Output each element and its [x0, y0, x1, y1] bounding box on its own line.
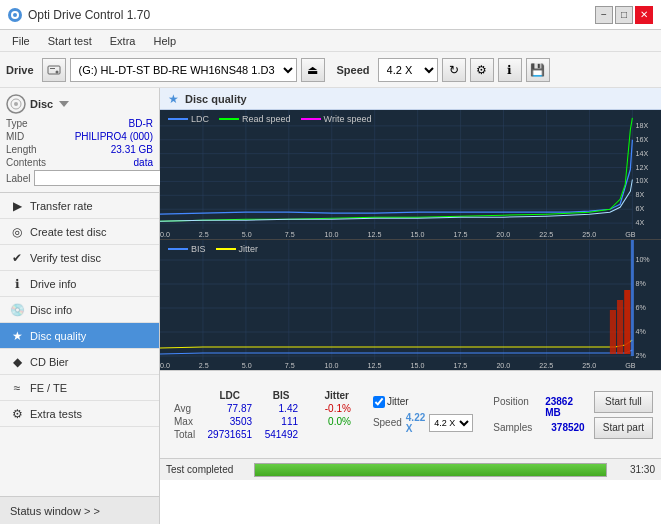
svg-text:2%: 2%: [635, 352, 646, 359]
sidebar-item-drive-info[interactable]: ℹ Drive info: [0, 271, 159, 297]
menu-file[interactable]: File: [4, 33, 38, 49]
status-window-button[interactable]: Status window > >: [0, 496, 159, 524]
verify-test-disc-label: Verify test disc: [30, 252, 101, 264]
svg-point-7: [14, 102, 18, 106]
samples-label: Samples: [493, 422, 545, 433]
position-row: Position 23862 MB: [493, 396, 586, 418]
max-jitter: 0.0%: [317, 415, 357, 428]
drive-info-label: Drive info: [30, 278, 76, 290]
sidebar-item-disc-quality[interactable]: ★ Disc quality: [0, 323, 159, 349]
disc-length-key: Length: [6, 144, 37, 155]
read-legend-item: Read speed: [219, 114, 291, 124]
upper-chart: LDC Read speed Write speed: [160, 110, 661, 240]
sidebar-item-cd-bier[interactable]: ◆ CD Bier: [0, 349, 159, 375]
svg-text:4X: 4X: [635, 219, 644, 226]
disc-type-row: Type BD-R: [6, 118, 153, 129]
table-row: Total 29731651 541492: [168, 428, 357, 441]
maximize-button[interactable]: □: [615, 6, 633, 24]
write-legend-line: [301, 118, 321, 120]
disc-arrow-icon: [57, 97, 71, 111]
svg-text:22.5: 22.5: [539, 231, 553, 238]
cd-bier-icon: ◆: [10, 355, 24, 369]
disc-contents-val: data: [134, 157, 153, 168]
svg-text:12X: 12X: [635, 164, 648, 171]
svg-text:17.5: 17.5: [453, 362, 467, 369]
menu-extra[interactable]: Extra: [102, 33, 144, 49]
position-samples-section: Position 23862 MB Samples 378520: [481, 396, 586, 433]
svg-text:22.5: 22.5: [539, 362, 553, 369]
sidebar-item-extra-tests[interactable]: ⚙ Extra tests: [0, 401, 159, 427]
progress-section: Test completed 31:30: [160, 458, 661, 480]
toolbar: Drive (G:) HL-DT-ST BD-RE WH16NS48 1.D3 …: [0, 52, 661, 88]
svg-text:16X: 16X: [635, 136, 648, 143]
speed-select[interactable]: 4.2 X: [378, 58, 438, 82]
speed-label: Speed: [337, 64, 370, 76]
minimize-button[interactable]: −: [595, 6, 613, 24]
total-jitter: [317, 428, 357, 441]
svg-text:12.5: 12.5: [368, 362, 382, 369]
avg-bis: 1.42: [258, 402, 304, 415]
jitter-checkbox[interactable]: [373, 396, 385, 408]
eject-button[interactable]: ⏏: [301, 58, 325, 82]
lower-chart: BIS Jitter: [160, 240, 661, 370]
main-layout: Disc Type BD-R MID PHILIPRO4 (000) Lengt…: [0, 88, 661, 524]
app-icon: [8, 8, 22, 22]
speed-select-stats[interactable]: 4.2 X: [429, 414, 473, 432]
max-ldc: 3503: [202, 415, 259, 428]
disc-label-key: Label: [6, 173, 30, 184]
svg-text:15.0: 15.0: [411, 231, 425, 238]
svg-text:10.0: 10.0: [325, 231, 339, 238]
charts-container: LDC Read speed Write speed: [160, 110, 661, 370]
refresh-button[interactable]: ↻: [442, 58, 466, 82]
svg-text:2.5: 2.5: [199, 362, 209, 369]
disc-label-input[interactable]: [34, 170, 167, 186]
drive-icon-btn: [42, 58, 66, 82]
settings-button[interactable]: ⚙: [470, 58, 494, 82]
read-legend-line: [219, 118, 239, 120]
sidebar-item-disc-info[interactable]: 💿 Disc info: [0, 297, 159, 323]
svg-text:18X: 18X: [635, 122, 648, 129]
fe-te-icon: ≈: [10, 381, 24, 395]
position-label: Position: [493, 396, 539, 418]
drive-select[interactable]: (G:) HL-DT-ST BD-RE WH16NS48 1.D3: [70, 58, 297, 82]
menu-start-test[interactable]: Start test: [40, 33, 100, 49]
save-button[interactable]: 💾: [526, 58, 550, 82]
total-bis: 541492: [258, 428, 304, 441]
status-window-label: Status window > >: [10, 505, 100, 517]
create-test-disc-label: Create test disc: [30, 226, 106, 238]
stats-table: LDC BIS Jitter Avg 77.87 1.42 -0.1%: [168, 389, 357, 441]
sidebar-item-verify-test-disc[interactable]: ✔ Verify test disc: [0, 245, 159, 271]
jitter-header: Jitter: [317, 389, 357, 402]
lower-chart-svg: 0.0 2.5 5.0 7.5 10.0 12.5 15.0 17.5 20.0…: [160, 240, 661, 370]
panel-title: Disc quality: [185, 93, 247, 105]
sidebar-item-transfer-rate[interactable]: ▶ Transfer rate: [0, 193, 159, 219]
content-area: ★ Disc quality LDC Read speed: [160, 88, 661, 524]
drive-label: Drive: [6, 64, 34, 76]
sidebar-item-fe-te[interactable]: ≈ FE / TE: [0, 375, 159, 401]
svg-text:6X: 6X: [635, 205, 644, 212]
svg-text:8X: 8X: [635, 191, 644, 198]
info-button[interactable]: ℹ: [498, 58, 522, 82]
progress-bar-container: [254, 463, 607, 477]
svg-rect-72: [610, 310, 616, 354]
bis-legend-label: BIS: [191, 244, 206, 254]
speed-row: Speed 4.22 X 4.2 X: [373, 412, 473, 434]
menu-help[interactable]: Help: [145, 33, 184, 49]
jitter-legend-label: Jitter: [239, 244, 259, 254]
samples-row: Samples 378520: [493, 422, 586, 433]
write-legend-label: Write speed: [324, 114, 372, 124]
close-button[interactable]: ✕: [635, 6, 653, 24]
create-test-disc-icon: ◎: [10, 225, 24, 239]
start-part-button[interactable]: Start part: [594, 417, 653, 439]
start-full-button[interactable]: Start full: [594, 391, 653, 413]
svg-point-1: [13, 13, 17, 17]
svg-text:8%: 8%: [635, 280, 646, 287]
bis-legend-line: [168, 248, 188, 250]
disc-section-icon: [6, 94, 26, 114]
svg-rect-73: [617, 300, 623, 354]
disc-mid-key: MID: [6, 131, 24, 142]
svg-text:GB: GB: [625, 362, 636, 369]
sidebar-item-create-test-disc[interactable]: ◎ Create test disc: [0, 219, 159, 245]
upper-chart-svg: 0.0 2.5 5.0 7.5 10.0 12.5 15.0 17.5 20.0…: [160, 110, 661, 239]
svg-text:10.0: 10.0: [325, 362, 339, 369]
